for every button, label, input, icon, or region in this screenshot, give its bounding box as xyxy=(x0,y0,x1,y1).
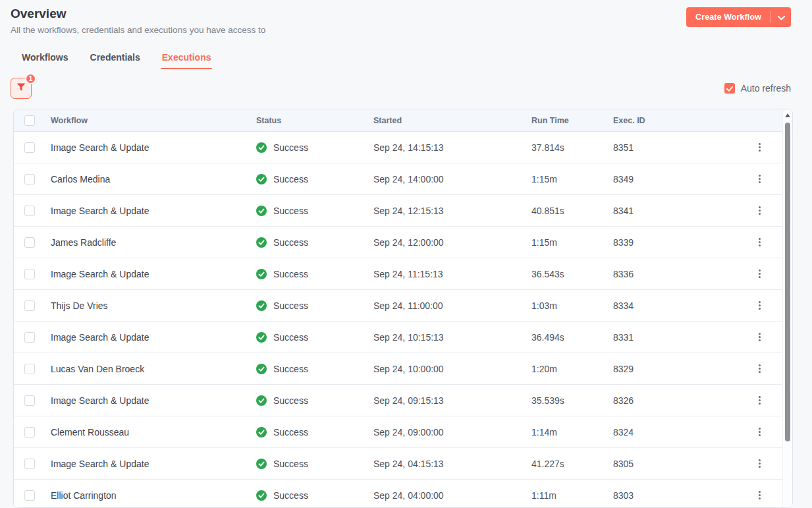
workflow-name[interactable]: Lucas Van Den Broeck xyxy=(51,364,256,374)
auto-refresh-label: Auto refresh xyxy=(741,83,791,94)
table-header-row: Workflow Status Started Run Time Exec. I… xyxy=(14,109,792,132)
row-checkbox[interactable] xyxy=(24,206,35,216)
kebab-menu-icon[interactable] xyxy=(756,298,763,312)
run-time: 1:14m xyxy=(531,427,613,437)
success-icon xyxy=(256,427,267,437)
table-row[interactable]: Image Search & Update Success Sep 24, 12… xyxy=(14,195,792,227)
kebab-menu-icon[interactable] xyxy=(756,235,763,249)
table-row[interactable]: Clement Rousseau Success Sep 24, 09:00:0… xyxy=(14,416,792,448)
kebab-menu-icon[interactable] xyxy=(756,140,763,154)
column-header-run-time: Run Time xyxy=(531,116,613,125)
status-text: Success xyxy=(273,300,308,311)
auto-refresh-toggle[interactable]: Auto refresh xyxy=(724,83,791,94)
filter-button[interactable]: 1 xyxy=(11,78,32,99)
column-header-exec-id: Exec. ID xyxy=(613,116,712,125)
checkmark-icon xyxy=(726,83,733,94)
started-time: Sep 24, 04:15:13 xyxy=(373,459,531,469)
kebab-menu-icon[interactable] xyxy=(756,488,763,502)
row-checkbox[interactable] xyxy=(24,332,35,343)
kebab-menu-icon[interactable] xyxy=(756,362,763,376)
table-row[interactable]: Image Search & Update Success Sep 24, 14… xyxy=(14,132,792,163)
row-checkbox[interactable] xyxy=(24,427,35,437)
status-text: Success xyxy=(273,459,308,469)
started-time: Sep 24, 12:00:00 xyxy=(373,237,531,248)
kebab-menu-icon[interactable] xyxy=(756,393,763,407)
success-icon xyxy=(256,300,267,311)
row-checkbox[interactable] xyxy=(24,364,35,374)
kebab-menu-icon[interactable] xyxy=(756,425,763,439)
scrollbar-thumb[interactable] xyxy=(785,123,790,441)
page-header: Overview All the workflows, credentials … xyxy=(0,0,812,35)
row-checkbox[interactable] xyxy=(24,142,35,153)
row-checkbox[interactable] xyxy=(24,490,35,501)
table-row[interactable]: Lucas Van Den Broeck Success Sep 24, 10:… xyxy=(14,353,792,385)
tab-credentials[interactable]: Credentials xyxy=(90,52,140,69)
workflow-name[interactable]: Image Search & Update xyxy=(51,269,256,279)
exec-id: 8339 xyxy=(613,237,712,248)
create-workflow-button[interactable]: Create Workflow xyxy=(686,7,771,27)
status-text: Success xyxy=(273,206,308,216)
kebab-menu-icon[interactable] xyxy=(756,204,763,217)
tab-executions[interactable]: Executions xyxy=(162,52,211,69)
create-workflow-dropdown-button[interactable] xyxy=(771,7,791,27)
table-row[interactable]: Image Search & Update Success Sep 24, 09… xyxy=(14,385,792,416)
create-workflow-split-button[interactable]: Create Workflow xyxy=(686,7,791,27)
exec-id: 8326 xyxy=(613,395,712,406)
row-checkbox[interactable] xyxy=(24,269,35,279)
scroll-up-arrow-icon[interactable] xyxy=(785,113,790,117)
table-row[interactable]: Image Search & Update Success Sep 24, 04… xyxy=(14,448,792,480)
tab-workflows[interactable]: Workflows xyxy=(22,52,68,69)
workflow-name[interactable]: Image Search & Update xyxy=(51,332,256,343)
chevron-down-icon xyxy=(778,11,785,23)
workflow-name[interactable]: Image Search & Update xyxy=(51,459,256,469)
table-row[interactable]: Image Search & Update Success Sep 24, 11… xyxy=(14,258,792,290)
exec-id: 8334 xyxy=(613,300,712,311)
started-time: Sep 24, 11:00:00 xyxy=(373,300,531,311)
column-header-started: Started xyxy=(373,116,531,125)
workflow-name[interactable]: Carlos Medina xyxy=(51,174,256,184)
row-checkbox[interactable] xyxy=(24,459,35,469)
kebab-menu-icon[interactable] xyxy=(756,457,763,470)
row-checkbox[interactable] xyxy=(24,174,35,184)
run-time: 40.851s xyxy=(531,206,613,216)
kebab-menu-icon[interactable] xyxy=(756,267,763,281)
exec-id: 8336 xyxy=(613,269,712,279)
workflow-name[interactable]: Image Search & Update xyxy=(51,142,256,153)
exec-id: 8341 xyxy=(613,206,712,216)
status-text: Success xyxy=(273,237,308,248)
auto-refresh-checkbox[interactable] xyxy=(724,83,735,94)
table-row[interactable]: Thijs De Vries Success Sep 24, 11:00:00 … xyxy=(14,290,792,322)
kebab-menu-icon[interactable] xyxy=(756,172,763,186)
filter-count-badge: 1 xyxy=(25,73,36,84)
success-icon xyxy=(256,364,267,374)
run-time: 1:15m xyxy=(531,174,613,184)
kebab-menu-icon[interactable] xyxy=(756,330,763,344)
started-time: Sep 24, 10:15:13 xyxy=(373,332,531,343)
table-row[interactable]: James Radcliffe Success Sep 24, 12:00:00… xyxy=(14,227,792,258)
workflow-name[interactable]: Thijs De Vries xyxy=(51,300,256,311)
row-checkbox[interactable] xyxy=(24,395,35,406)
workflow-name[interactable]: James Radcliffe xyxy=(51,237,256,248)
workflow-name[interactable]: Image Search & Update xyxy=(51,206,256,216)
run-time: 37.814s xyxy=(531,142,613,153)
status-text: Success xyxy=(273,174,308,184)
workflow-name[interactable]: Elliot Carrington xyxy=(51,490,256,501)
workflow-name[interactable]: Clement Rousseau xyxy=(51,427,256,437)
row-checkbox[interactable] xyxy=(24,300,35,311)
table-row[interactable]: Image Search & Update Success Sep 24, 10… xyxy=(14,322,792,353)
select-all-checkbox[interactable] xyxy=(24,115,35,126)
table-row[interactable]: Carlos Medina Success Sep 24, 14:00:00 1… xyxy=(14,163,792,195)
workflow-name[interactable]: Image Search & Update xyxy=(51,395,256,406)
table-row[interactable]: Elliot Carrington Success Sep 24, 04:00:… xyxy=(14,480,792,508)
success-icon xyxy=(256,490,267,501)
success-icon xyxy=(256,237,267,248)
started-time: Sep 24, 14:00:00 xyxy=(373,174,531,184)
table-scrollbar[interactable] xyxy=(782,110,792,507)
page-subtitle: All the workflows, credentials and execu… xyxy=(11,25,265,35)
status-text: Success xyxy=(273,269,308,279)
started-time: Sep 24, 04:00:00 xyxy=(373,490,531,501)
success-icon xyxy=(256,142,267,153)
started-time: Sep 24, 09:00:00 xyxy=(373,427,531,437)
success-icon xyxy=(256,332,267,343)
row-checkbox[interactable] xyxy=(24,237,35,248)
